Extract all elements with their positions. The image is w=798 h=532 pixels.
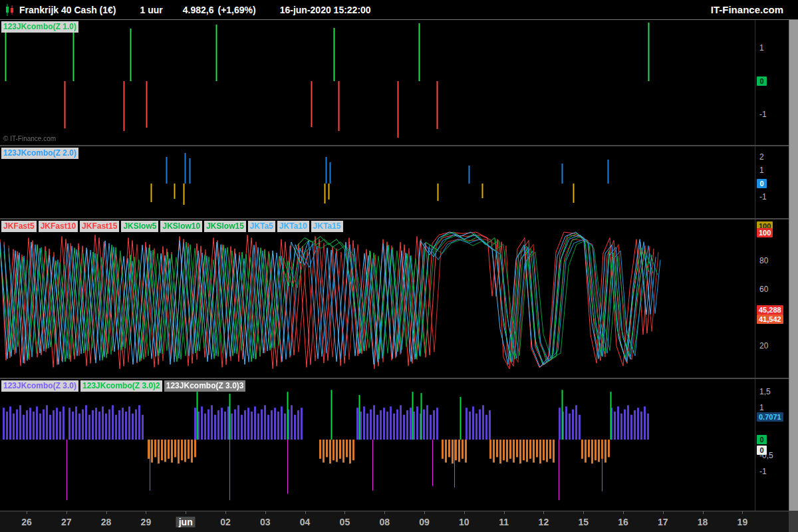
y-axis-value-badge: 45,288 <box>757 305 783 315</box>
panel-4-price-axis[interactable]: 1,51-0,5-10.707100 <box>755 379 789 511</box>
time-axis-tick <box>384 511 385 514</box>
panel-4-canvas[interactable] <box>0 379 755 511</box>
panel-3-price-axis[interactable]: 8060402010010045,28841,542 <box>755 219 789 378</box>
time-axis-tick <box>146 511 146 514</box>
time-axis-label: 19 <box>737 517 748 527</box>
panel-4-indicator-labels: 123JKcombo(Z 3.0)123JKcombo(Z 3.0)2123JK… <box>1 380 245 392</box>
panel-3-canvas[interactable] <box>0 219 755 378</box>
time-axis-tick <box>186 511 186 514</box>
time-axis-label: 26 <box>21 517 32 527</box>
time-axis-label: 08 <box>379 517 390 527</box>
time-axis-label: 03 <box>260 517 271 527</box>
indicator-panel-1: 123JKcombo(Z 1.0) © IT-Finance.com 1-10 <box>0 20 789 145</box>
time-axis-tick <box>543 511 544 514</box>
indicator-label-chip[interactable]: JKSlow15 <box>204 221 246 232</box>
y-axis-value-badge: 0 <box>757 435 767 444</box>
y-axis-label: -1 <box>759 467 767 476</box>
indicator-label-chip[interactable]: JKTa15 <box>311 221 343 232</box>
time-axis-label: 15 <box>578 517 589 527</box>
time-axis-tick <box>504 511 505 514</box>
time-axis-label: 12 <box>539 517 549 527</box>
panel-2-canvas[interactable] <box>0 146 755 218</box>
timeframe: 1 uur <box>140 5 163 15</box>
time-axis-tick <box>583 511 584 514</box>
y-axis-label: -1 <box>759 192 767 201</box>
panel-1-price-axis[interactable]: 1-10 <box>755 20 789 145</box>
time-axis[interactable]: 26272829jun0203040508091011121516171819 <box>0 511 789 532</box>
time-axis-tick <box>305 511 306 514</box>
y-axis-value-badge: 41,542 <box>757 315 783 324</box>
panel-4-plot-area[interactable]: 123JKcombo(Z 3.0)123JKcombo(Z 3.0)2123JK… <box>0 379 755 511</box>
time-axis-tick <box>742 511 743 514</box>
time-axis-label: jun <box>176 517 196 527</box>
time-axis-label: 17 <box>658 517 668 527</box>
time-axis-label: 16 <box>618 517 628 527</box>
y-axis-value-badge: 0 <box>757 179 767 188</box>
time-axis-tick <box>66 511 67 514</box>
time-axis-label: 18 <box>698 517 708 527</box>
indicator-label-chip[interactable]: JKSlow10 <box>160 221 202 232</box>
time-axis-label: 11 <box>499 517 509 527</box>
panel-3-indicator-labels: JKFast5JKFast10JKFast15JKSlow5JKSlow10JK… <box>1 221 343 232</box>
panel-1-canvas[interactable] <box>0 20 755 145</box>
price-change: (+1,69%) <box>217 5 255 15</box>
brand: IT-Finance.com <box>711 4 783 15</box>
indicator-label-chip[interactable]: 123JKcombo(Z 1.0) <box>1 21 78 33</box>
y-axis-label: 1 <box>759 43 764 53</box>
time-axis-tick <box>225 511 226 514</box>
panel-2-plot-area[interactable]: 123JKcombo(Z 2.0) <box>0 146 755 218</box>
panel-1-plot-area[interactable]: 123JKcombo(Z 1.0) © IT-Finance.com <box>0 20 755 145</box>
panel-1-indicator-labels: 123JKcombo(Z 1.0) <box>1 21 78 33</box>
panel-3-plot-area[interactable]: JKFast5JKFast10JKFast15JKSlow5JKSlow10JK… <box>0 219 755 378</box>
chart-application: Frankrijk 40 Cash (1€) 1 uur 4.982,6 (+1… <box>0 0 798 532</box>
time-axis-tick <box>464 511 465 514</box>
time-axis-tick <box>344 511 345 514</box>
copyright-watermark: © IT-Finance.com <box>3 135 56 142</box>
y-axis-label: 2 <box>759 152 764 162</box>
scrollbar-corner <box>789 511 798 532</box>
time-axis-tick <box>703 511 704 514</box>
indicator-label-chip[interactable]: JKTa5 <box>248 221 275 232</box>
y-axis-label: -1 <box>759 110 767 119</box>
indicator-label-chip[interactable]: JKFast5 <box>1 221 37 232</box>
candlestick-icon <box>5 4 14 16</box>
y-axis-value-badge: 0 <box>757 446 767 455</box>
indicator-label-chip[interactable]: 123JKcombo(Z 3.0) <box>1 380 78 392</box>
vertical-scrollbar[interactable] <box>789 20 798 511</box>
y-axis-label: 80 <box>759 256 768 265</box>
time-axis-tick <box>265 511 266 514</box>
last-price: 4.982,6 <box>183 5 214 15</box>
y-axis-label: 1 <box>759 166 764 175</box>
y-axis-label: 1,5 <box>759 387 771 396</box>
indicator-label-chip[interactable]: JKTa10 <box>277 221 309 232</box>
y-axis-value-badge: 0 <box>757 76 767 86</box>
panel-2-price-axis[interactable]: 21-10 <box>755 146 789 218</box>
time-axis-tick <box>27 511 27 514</box>
time-axis-tick <box>663 511 664 514</box>
indicator-label-chip[interactable]: JKFast10 <box>39 221 78 232</box>
header: Frankrijk 40 Cash (1€) 1 uur 4.982,6 (+1… <box>0 0 798 20</box>
time-axis-label: 04 <box>300 517 311 527</box>
time-axis-label: 05 <box>340 517 350 527</box>
y-axis-label: 60 <box>759 285 768 294</box>
indicator-label-chip[interactable]: JKSlow5 <box>121 221 158 232</box>
indicator-panel-3: JKFast5JKFast10JKFast15JKSlow5JKSlow10JK… <box>0 219 789 378</box>
time-axis-label: 28 <box>101 517 112 527</box>
indicator-label-chip[interactable]: JKFast15 <box>80 221 119 232</box>
instrument-name: Frankrijk 40 Cash (1€) <box>19 5 116 15</box>
y-axis-value-badge: 100 <box>757 228 773 237</box>
indicator-label-chip[interactable]: 123JKcombo(Z 2.0) <box>1 148 78 159</box>
panel-2-indicator-labels: 123JKcombo(Z 2.0) <box>1 148 78 159</box>
time-axis-label: 09 <box>419 517 430 527</box>
indicator-panel-2: 123JKcombo(Z 2.0) 21-10 <box>0 146 789 218</box>
indicator-label-chip[interactable]: 123JKcombo(Z 3.0)2 <box>80 380 162 392</box>
time-axis-label: 27 <box>61 517 72 527</box>
time-axis-tick <box>623 511 624 514</box>
time-axis-label: 02 <box>220 517 231 527</box>
time-axis-label: 29 <box>141 517 152 527</box>
indicator-label-chip[interactable]: 123JKcombo(Z 3.0)3 <box>164 380 246 392</box>
last-update-datetime: 16-jun-2020 15:22:00 <box>280 5 371 15</box>
y-axis-label: 20 <box>759 341 768 350</box>
time-axis-label: 10 <box>459 517 469 527</box>
time-axis-tick <box>106 511 107 514</box>
